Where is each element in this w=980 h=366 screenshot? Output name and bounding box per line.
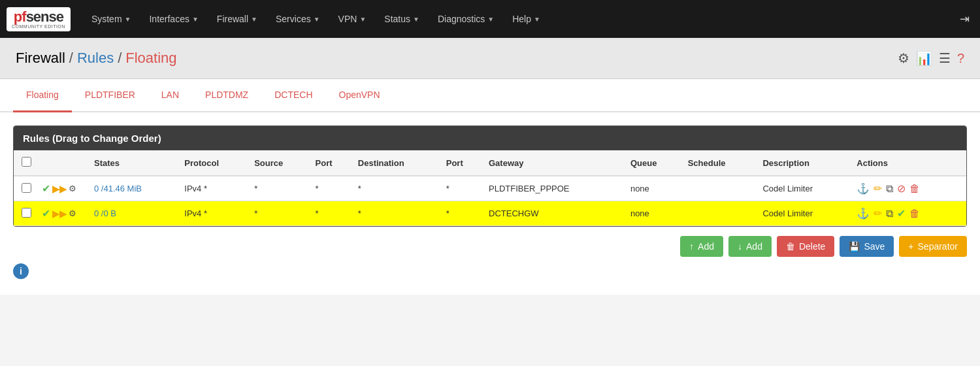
row1-checkbox[interactable]	[22, 183, 31, 193]
delete-icon: 🗑	[786, 241, 795, 252]
row2-arrows-icon: ▶▶	[52, 208, 67, 219]
col-checkbox	[14, 150, 37, 176]
row1-icons-cell: ✔ ▶▶ ⚙	[37, 176, 89, 201]
row2-states: 0 /0 B	[89, 201, 179, 226]
row2-source-port: *	[310, 201, 353, 226]
row2-gateway: DCTECHGW	[483, 201, 625, 226]
rules-table: States Protocol Source Port Destination …	[14, 150, 966, 226]
row1-trash-icon[interactable]: 🗑	[909, 183, 920, 195]
select-all-checkbox[interactable]	[22, 157, 31, 167]
tab-openvpn[interactable]: OpenVPN	[326, 79, 393, 112]
row1-gateway: PLDTFIBER_PPPOE	[483, 176, 625, 201]
tab-lan[interactable]: LAN	[148, 79, 192, 112]
breadcrumb-rules[interactable]: Rules	[77, 50, 114, 67]
row1-copy-icon[interactable]: ⧉	[886, 183, 893, 195]
table-row: ✔ ▶▶ ⚙ 0 /41.46 MiB IPv4 * * * * * PLDTF…	[14, 176, 966, 201]
caret-services: ▼	[314, 16, 320, 23]
nav-label-system: System	[91, 14, 122, 24]
info-section: i	[13, 257, 967, 282]
row1-states-link[interactable]: 0 /41.46 MiB	[94, 184, 142, 193]
row2-queue: none	[625, 201, 683, 226]
filter-icon[interactable]: ⚙	[898, 50, 909, 66]
tab-dctech[interactable]: DCTECH	[261, 79, 325, 112]
row1-destination: *	[353, 176, 441, 201]
row2-check-icon: ✔	[42, 207, 50, 220]
nav-item-services[interactable]: Services ▼	[268, 8, 328, 29]
row2-schedule	[683, 201, 758, 226]
add-down-label: Add	[746, 241, 762, 252]
col-source: Source	[249, 150, 310, 176]
add-up-label: Add	[698, 241, 714, 252]
caret-vpn: ▼	[359, 16, 366, 23]
info-icon[interactable]: i	[13, 263, 29, 279]
add-down-button[interactable]: ↓ Add	[728, 236, 772, 257]
nav-item-diagnostics[interactable]: Diagnostics ▼	[430, 8, 502, 29]
logo-pf: pfsense	[14, 10, 63, 24]
nav-item-help[interactable]: Help ▼	[504, 8, 548, 29]
row1-schedule	[683, 176, 758, 201]
logo-box: pfsense COMMUNITY EDITION	[7, 7, 71, 31]
add-up-button[interactable]: ↑ Add	[680, 236, 723, 257]
breadcrumb-bar: Firewall / Rules / Floating ⚙ 📊 ☰ ?	[0, 38, 980, 79]
nav-label-services: Services	[276, 14, 311, 24]
row2-copy-icon[interactable]: ⧉	[886, 208, 893, 220]
caret-interfaces: ▼	[192, 16, 199, 23]
table-head: States Protocol Source Port Destination …	[14, 150, 966, 176]
logo: pfsense COMMUNITY EDITION	[7, 7, 71, 31]
nav-item-status[interactable]: Status ▼	[376, 8, 427, 29]
row1-check-icon: ✔	[42, 182, 50, 195]
tab-pldtfiber[interactable]: PLDTFIBER	[72, 79, 148, 112]
row2-dest-port: *	[441, 201, 483, 226]
buttons-row: ↑ Add ↓ Add 🗑 Delete 💾 Save + Separator	[13, 236, 967, 257]
delete-button[interactable]: 🗑 Delete	[777, 236, 834, 257]
row1-protocol: IPv4 *	[179, 176, 249, 201]
row1-queue: none	[625, 176, 683, 201]
row1-gear-icon[interactable]: ⚙	[69, 184, 76, 193]
row1-action-icons: ⚓ ✏ ⧉ ⊘ 🗑	[857, 182, 961, 195]
caret-diagnostics: ▼	[487, 16, 494, 23]
nav-label-status: Status	[384, 14, 410, 24]
col-actions: Actions	[851, 150, 966, 176]
row2-source: *	[249, 201, 310, 226]
nav-item-system[interactable]: System ▼	[84, 8, 139, 29]
col-schedule: Schedule	[683, 150, 758, 176]
row2-trash-icon[interactable]: 🗑	[909, 208, 920, 220]
table-row: ✔ ▶▶ ⚙ 0 /0 B IPv4 * * * * * DCTECHGW no…	[14, 201, 966, 226]
save-button[interactable]: 💾 Save	[840, 236, 894, 257]
separator-button[interactable]: + Separator	[899, 236, 967, 257]
row1-dest-port: *	[441, 176, 483, 201]
save-label: Save	[864, 241, 885, 252]
col-description: Description	[757, 150, 851, 176]
col-protocol: Protocol	[179, 150, 249, 176]
col-destination: Destination	[353, 150, 441, 176]
nav-item-vpn[interactable]: VPN ▼	[331, 8, 374, 29]
row1-edit-icon[interactable]: ✏	[874, 182, 882, 195]
row2-status-icons: ✔ ▶▶ ⚙	[42, 207, 84, 220]
row2-checkbox[interactable]	[22, 208, 31, 218]
help-icon[interactable]: ?	[957, 51, 964, 66]
nav-exit-icon[interactable]: ⇥	[956, 8, 973, 30]
row2-states-link[interactable]: 0 /0 B	[94, 208, 116, 218]
row2-anchor-icon[interactable]: ⚓	[857, 207, 870, 220]
row2-edit-icon[interactable]: ✏	[874, 207, 882, 220]
row2-gear-icon[interactable]: ⚙	[69, 208, 76, 218]
list-icon[interactable]: ☰	[939, 50, 951, 66]
row2-protocol: IPv4 *	[179, 201, 249, 226]
rules-table-container: Rules (Drag to Change Order) States Prot…	[13, 125, 967, 227]
logo-sub: COMMUNITY EDITION	[12, 24, 65, 29]
tab-pldtdmz[interactable]: PLDTDMZ	[192, 79, 261, 112]
row1-disable-icon[interactable]: ⊘	[897, 182, 906, 195]
row2-check-done-icon[interactable]: ✔	[897, 207, 906, 220]
nav-label-help: Help	[512, 14, 531, 24]
row1-anchor-icon[interactable]: ⚓	[857, 182, 870, 195]
col-states: States	[89, 150, 179, 176]
col-dest-port: Port	[441, 150, 483, 176]
nav-label-diagnostics: Diagnostics	[438, 14, 485, 24]
add-down-icon: ↓	[738, 241, 742, 252]
col-source-port: Port	[310, 150, 353, 176]
chart-icon[interactable]: 📊	[916, 50, 932, 66]
nav-item-firewall[interactable]: Firewall ▼	[209, 8, 265, 29]
tab-floating[interactable]: Floating	[13, 79, 72, 112]
breadcrumb-firewall: Firewall	[16, 50, 65, 67]
nav-item-interfaces[interactable]: Interfaces ▼	[141, 8, 206, 29]
